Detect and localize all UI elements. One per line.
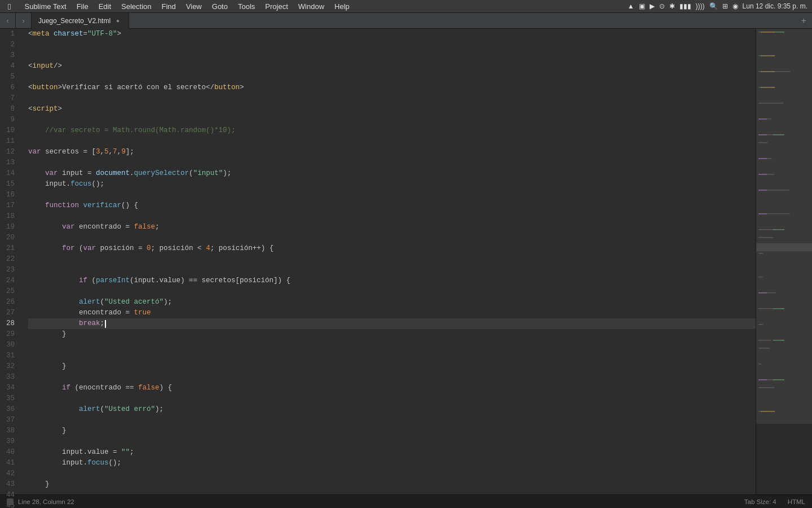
menu-goto[interactable]: Goto xyxy=(208,1,232,12)
code-line xyxy=(28,115,756,125)
notification-icon: ▲ xyxy=(628,2,634,10)
line-number: 2 xyxy=(0,40,19,50)
line-number: 39 xyxy=(0,436,19,447)
menu-selection[interactable]: Selection xyxy=(117,1,156,12)
code-line xyxy=(28,157,756,168)
line-number: 37 xyxy=(0,415,19,426)
code-line: } xyxy=(28,361,756,372)
code-line: alert("Usted acertó"); xyxy=(28,297,756,308)
clock: Lun 12 dic. 9:35 p. m. xyxy=(743,2,807,10)
line-number: 35 xyxy=(0,393,19,404)
line-number: 16 xyxy=(0,190,19,200)
line-number: 25 xyxy=(0,286,19,297)
control-icon: ⊞ xyxy=(722,2,728,10)
menu-edit[interactable]: Edit xyxy=(94,1,116,12)
line-number: 13 xyxy=(0,157,19,168)
code-line: var encontrado = false; xyxy=(28,222,756,233)
line-number: 27 xyxy=(0,308,19,318)
code-line xyxy=(28,393,756,404)
status-right: Tab Size: 4 HTML xyxy=(744,498,805,505)
line-number: 24 xyxy=(0,275,19,286)
line-number: 32 xyxy=(0,361,19,372)
code-line: <script> xyxy=(28,104,756,115)
code-line: //var secreto = Math.round(Math.random()… xyxy=(28,125,756,136)
code-line xyxy=(28,415,756,426)
line-number: 43 xyxy=(0,479,19,490)
tab-file[interactable]: Juego_Secreto_V2.html ● xyxy=(32,13,129,29)
menu-window[interactable]: Window xyxy=(294,1,329,12)
line-number: 6 xyxy=(0,82,19,93)
line-numbers: 1234567891011121314151617181920212223242… xyxy=(0,29,24,494)
code-line: var input = document.querySelector("inpu… xyxy=(28,168,756,179)
code-line xyxy=(28,254,756,265)
code-line xyxy=(28,233,756,243)
line-number: 31 xyxy=(0,351,19,361)
tab-nav-back[interactable]: ‹ xyxy=(0,13,16,29)
menu-project[interactable]: Project xyxy=(261,1,292,12)
tab-close-button[interactable]: ● xyxy=(114,17,122,25)
menu-help[interactable]: Help xyxy=(330,1,354,12)
code-line: if (enocntrado == false) { xyxy=(28,383,756,393)
code-line xyxy=(28,136,756,147)
code-line: } xyxy=(28,426,756,436)
line-number: 5 xyxy=(0,72,19,82)
line-number: 22 xyxy=(0,254,19,265)
status-indicator xyxy=(7,498,14,505)
status-bar: Line 28, Column 22 Tab Size: 4 HTML xyxy=(0,494,812,508)
search-icon[interactable]: 🔍 xyxy=(709,2,718,10)
code-line: alert("Usted erró"); xyxy=(28,404,756,415)
line-number: 1 xyxy=(0,29,19,40)
code-line: <meta charset="UTF-8"> xyxy=(28,29,756,40)
code-line xyxy=(28,265,756,275)
screen-icon: ▣ xyxy=(639,2,645,10)
code-line: input.focus(); xyxy=(28,179,756,190)
minimap[interactable] xyxy=(756,29,812,494)
code-line: encontrado = true xyxy=(28,308,756,318)
syntax: HTML xyxy=(788,498,805,505)
line-number: 30 xyxy=(0,340,19,351)
menu-find[interactable]: Find xyxy=(157,1,180,12)
menu-sublime-text[interactable]: Sublime Text xyxy=(20,1,70,12)
line-number: 11 xyxy=(0,136,19,147)
menu-right-icons: ▲ ▣ ▶ ⊙ ✱ ▮▮▮ )))) 🔍 ⊞ ◉ Lun 12 dic. 9:3… xyxy=(628,2,807,10)
code-line xyxy=(28,93,756,104)
menu-tools[interactable]: Tools xyxy=(233,1,259,12)
wifi-icon: ⊙ xyxy=(659,2,665,10)
code-line xyxy=(28,340,756,351)
line-number: 23 xyxy=(0,265,19,275)
menu-file[interactable]: File xyxy=(72,1,93,12)
line-number: 7 xyxy=(0,93,19,104)
line-number: 18 xyxy=(0,211,19,222)
tab-size: Tab Size: 4 xyxy=(744,498,776,505)
line-number: 41 xyxy=(0,458,19,468)
tab-add-button[interactable]: + xyxy=(796,16,812,26)
code-line xyxy=(28,351,756,361)
wifi-signal-icon: )))) xyxy=(696,2,705,10)
code-area[interactable]: <meta charset="UTF-8"><input/><button>Ve… xyxy=(24,29,756,494)
line-number: 8 xyxy=(0,104,19,115)
code-line xyxy=(28,436,756,447)
bluetooth-icon: ✱ xyxy=(669,2,675,10)
code-line xyxy=(28,50,756,61)
code-line: input.focus(); xyxy=(28,458,756,468)
code-line xyxy=(28,490,756,494)
code-line xyxy=(28,468,756,479)
code-line xyxy=(28,372,756,383)
code-line: <input/> xyxy=(28,61,756,72)
menu-view[interactable]: View xyxy=(182,1,206,12)
code-line: var secretos = [3,5,7,9]; xyxy=(28,147,756,157)
play-icon: ▶ xyxy=(650,2,655,10)
tab-nav-forward[interactable]: › xyxy=(16,13,32,29)
battery-icon: ▮▮▮ xyxy=(679,2,691,10)
line-number: 29 xyxy=(0,329,19,340)
code-line: break; xyxy=(28,318,756,329)
code-line: function verificar() { xyxy=(28,200,756,211)
line-number: 40 xyxy=(0,447,19,458)
apple-menu[interactable]:  xyxy=(5,2,14,11)
code-line xyxy=(28,286,756,297)
code-line xyxy=(28,190,756,200)
line-number: 15 xyxy=(0,179,19,190)
code-line xyxy=(28,72,756,82)
line-number: 20 xyxy=(0,233,19,243)
line-number: 17 xyxy=(0,200,19,211)
